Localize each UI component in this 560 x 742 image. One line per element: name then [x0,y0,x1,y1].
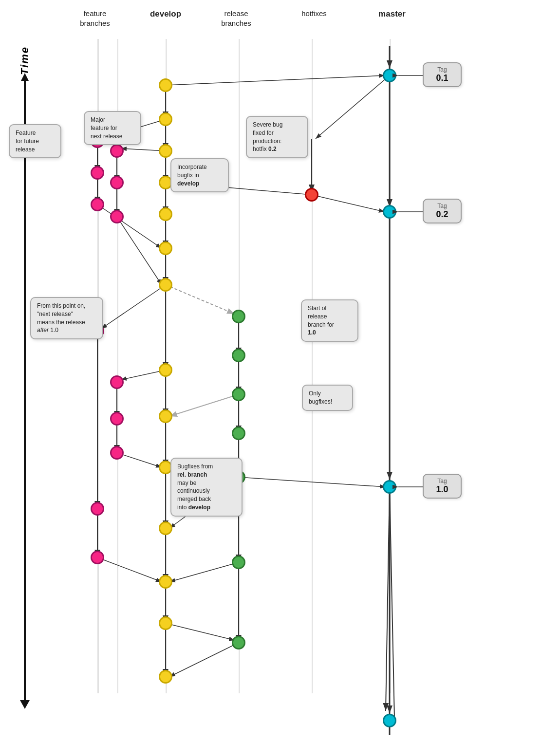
callout-incorporate-bugfix: Incorporatebugfix indevelop [170,158,229,192]
node-g1 [232,310,245,323]
diagram-container: Time feature branches develop release br… [0,0,560,742]
tag-value-02: 0.2 [430,209,454,220]
tag-label-10: Tag [430,478,454,484]
node-y1 [159,78,172,92]
node-p8 [110,375,124,389]
node-y5 [159,207,172,221]
svg-line-18 [312,195,385,212]
node-p6 [110,210,124,223]
connections-svg [0,0,560,742]
callout-bugfixes-merged: Bugfixes fromrel. branchmay becontinuous… [170,458,243,517]
node-p2 [91,166,104,180]
svg-line-33 [97,557,162,582]
node-g4 [232,427,245,440]
tag-value-01: 0.1 [430,73,454,83]
node-c1 [383,69,396,82]
svg-line-29 [117,217,162,285]
svg-line-51 [169,562,239,582]
svg-line-32 [101,285,166,329]
node-y6 [159,241,172,255]
node-y14 [159,670,172,684]
col-header-master: master [368,9,416,19]
svg-line-37 [117,453,162,467]
node-y9 [159,409,172,423]
tag-value-10: 1.0 [430,484,454,495]
node-p5 [110,176,124,189]
time-line [24,79,26,702]
tag-box-02: Tag 0.2 [423,199,462,223]
node-y3 [159,144,172,158]
node-c4 [383,714,396,727]
col-header-hotfixes: hotfixes [290,9,338,19]
node-g2 [232,349,245,362]
svg-line-54 [166,623,235,640]
tag-box-10: Tag 1.0 [423,474,462,499]
node-r1 [305,188,318,202]
node-y2 [159,112,172,126]
branch-line-master [390,39,391,693]
col-header-release: release branches [212,9,261,28]
time-label: Time [19,46,31,75]
node-g3 [232,388,245,401]
node-y7 [159,278,172,292]
node-c3 [383,480,396,494]
node-c2 [383,205,396,219]
col-header-feature: feature branches [71,9,119,28]
branch-line-hotfixes [312,39,313,693]
node-p9 [110,412,124,426]
callout-feature-future: Featurefor futurerelease [9,124,61,158]
svg-line-53 [386,487,390,711]
node-y11 [159,521,172,535]
node-y8 [159,363,172,377]
svg-line-49 [169,394,239,416]
svg-line-52 [169,643,239,677]
node-p11 [91,502,104,516]
node-p12 [91,551,104,564]
svg-line-17 [166,75,385,85]
node-p4 [110,144,124,158]
tag-box-01: Tag 0.1 [423,62,462,87]
callout-severe-bug: Severe bugfixed forproduction:hotfix 0.2 [246,116,308,158]
node-y12 [159,575,172,589]
tag-label-02: Tag [430,203,454,209]
node-g6 [232,556,245,569]
node-g7 [232,636,245,649]
callout-start-release: Start ofreleasebranch for1.0 [301,299,358,342]
callout-major-feature: Majorfeature fornext release [84,111,141,145]
svg-line-41 [166,285,235,314]
branch-line-release [239,39,240,693]
node-p3 [91,198,104,211]
tag-label-01: Tag [430,66,454,73]
node-p10 [110,446,124,460]
node-y13 [159,616,172,630]
col-header-develop: develop [141,9,190,19]
callout-only-bugfixes: Onlybugfixes! [302,385,353,411]
svg-line-38 [316,75,390,139]
callout-next-release-means: From this point on,"next release"means t… [30,297,103,339]
svg-line-24 [97,204,162,248]
